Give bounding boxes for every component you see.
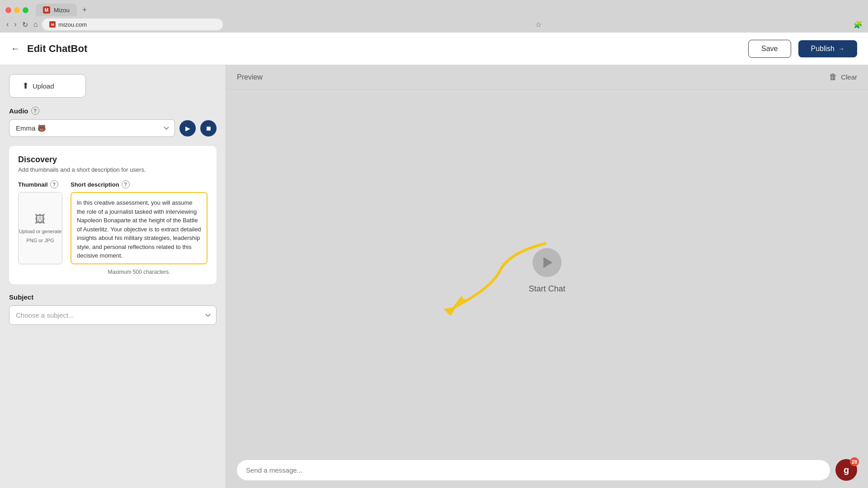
guidde-avatar[interactable]: g 28 [835, 459, 857, 481]
thumbnail-help-icon[interactable]: ? [50, 180, 58, 188]
address-bar[interactable]: M mizou.com [42, 19, 223, 30]
chat-message-input[interactable] [237, 460, 830, 480]
tab-bar: M Mizou + [0, 0, 868, 16]
publish-button[interactable]: Publish → [798, 40, 857, 57]
shortdesc-help-icon[interactable]: ? [122, 180, 130, 188]
extensions-button[interactable]: 🧩 [854, 20, 863, 29]
main-layout: ⬆ Upload Audio ? Emma 🐻 John Sarah Mike … [0, 65, 868, 488]
upload-button[interactable]: ⬆ Upload [9, 74, 86, 98]
short-description-column: Short description ? In this creative ass… [71, 180, 208, 275]
save-button[interactable]: Save [748, 40, 791, 58]
audio-play-button[interactable]: ▶ [179, 120, 196, 136]
browser-chrome: M Mizou + ‹ › ↻ ⌂ M mizou.com ☆ 🧩 [0, 0, 868, 33]
app-header: ← Edit ChatBot Save Publish → [0, 33, 868, 65]
shortdesc-label: Short description ? [71, 180, 208, 188]
close-window-button[interactable] [5, 7, 11, 13]
audio-help-icon[interactable]: ? [31, 107, 39, 115]
start-chat-label: Start Chat [528, 284, 565, 294]
address-favicon: M [49, 21, 56, 28]
upload-label: Upload [33, 82, 54, 90]
publish-label: Publish [811, 45, 835, 53]
traffic-lights [5, 7, 28, 13]
audio-label: Audio ? [9, 107, 217, 115]
right-panel: Preview 🗑 Clear Start Chat [226, 65, 868, 488]
subject-select[interactable]: Choose a subject... [9, 305, 217, 325]
start-chat-play-button[interactable] [533, 248, 561, 277]
page-title: Edit ChatBot [27, 43, 741, 55]
back-button[interactable]: ← [11, 43, 20, 54]
discovery-grid: Thumbnail ? 🖼 Upload or generate PNG or … [18, 180, 208, 275]
audio-select[interactable]: Emma 🐻 John Sarah Mike [9, 119, 175, 137]
tab-title: Mizou [54, 7, 70, 14]
preview-label: Preview [237, 73, 263, 81]
notification-badge: 28 [850, 457, 859, 466]
char-limit-label: Maximum 500 characters. [71, 269, 208, 275]
audio-section: Audio ? Emma 🐻 John Sarah Mike ▶ ⏹ [9, 107, 217, 137]
thumbnail-upload-text: Upload or generate [19, 228, 61, 235]
discovery-desc: Add thumbnails and a short description f… [18, 166, 208, 173]
thumbnail-label: Thumbnail ? [18, 180, 63, 188]
clear-icon: 🗑 [829, 72, 837, 82]
address-bar-row: ‹ › ↻ ⌂ M mizou.com ☆ 🧩 [0, 16, 868, 33]
short-description-textarea[interactable]: In this creative assessment, you will as… [71, 192, 208, 264]
home-button[interactable]: ⌂ [33, 19, 39, 29]
publish-arrow-icon: → [838, 45, 844, 52]
audio-controls: Emma 🐻 John Sarah Mike ▶ ⏹ [9, 119, 217, 137]
left-panel: ⬆ Upload Audio ? Emma 🐻 John Sarah Mike … [0, 65, 226, 488]
browser-tab[interactable]: M Mizou [36, 4, 77, 16]
thumbnail-column: Thumbnail ? 🖼 Upload or generate PNG or … [18, 180, 63, 264]
subject-label: Subject [9, 293, 217, 301]
reload-button[interactable]: ↻ [21, 19, 29, 30]
guidde-letter: g [844, 465, 849, 475]
thumbnail-format-text: PNG or JPG [26, 237, 54, 244]
start-chat-container: Start Chat [528, 248, 565, 294]
audio-stop-button[interactable]: ⏹ [200, 120, 217, 136]
forward-nav-button[interactable]: › [13, 19, 17, 29]
tab-favicon: M [43, 6, 50, 14]
chat-input-area: g 28 [226, 452, 868, 488]
discovery-section: Discovery Add thumbnails and a short des… [9, 146, 217, 284]
upload-icon: ⬆ [22, 81, 29, 91]
preview-header: Preview 🗑 Clear [226, 65, 868, 89]
new-tab-button[interactable]: + [79, 5, 91, 15]
subject-section: Subject Choose a subject... [9, 293, 217, 325]
image-icon: 🖼 [35, 213, 46, 225]
clear-label: Clear [841, 73, 857, 81]
thumbnail-upload-box[interactable]: 🖼 Upload or generate PNG or JPG [18, 192, 62, 264]
play-triangle-icon [543, 257, 552, 268]
address-text: mizou.com [58, 21, 87, 28]
minimize-window-button[interactable] [14, 7, 20, 13]
preview-chat-area: Start Chat [226, 89, 868, 452]
clear-button[interactable]: 🗑 Clear [829, 72, 857, 82]
back-nav-button[interactable]: ‹ [5, 19, 9, 29]
bookmark-button[interactable]: ☆ [535, 20, 542, 29]
fullscreen-window-button[interactable] [23, 7, 28, 13]
discovery-title: Discovery [18, 155, 208, 164]
